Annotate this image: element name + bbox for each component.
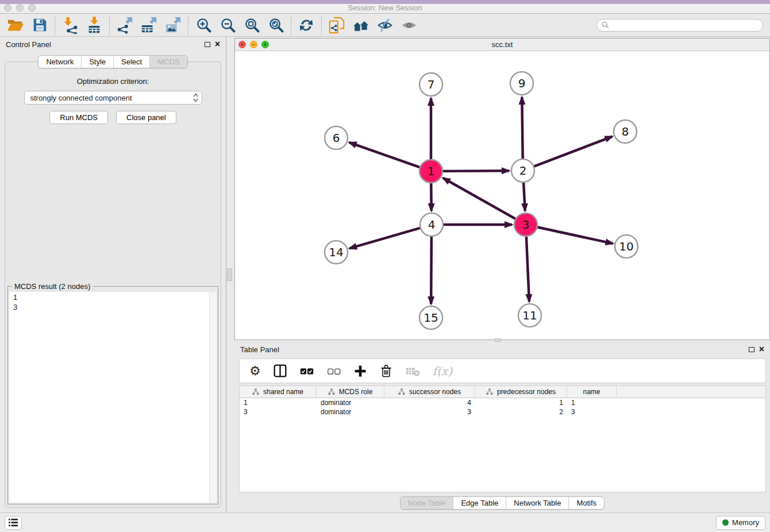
node-label-6: 6 [333,131,340,145]
delete-table-button[interactable] [405,365,421,377]
node-label-11: 11 [522,309,537,322]
show-details-button[interactable] [397,15,421,36]
memory-button[interactable]: Memory [716,516,765,530]
dropdown-value: strongly connected component [30,94,193,102]
table-cell: 1 [567,399,617,407]
toolbar-separator [291,16,291,35]
search-input[interactable] [612,21,758,29]
zoom-in-icon [195,17,212,33]
hide-details-button[interactable] [373,15,397,36]
window-title: Session: New Session [0,3,770,12]
float-table-panel-icon[interactable] [749,347,754,352]
toolbar-separator [55,16,55,35]
table-toolbar: ⚙ [239,358,766,383]
table-settings-button[interactable]: ⚙ [249,365,261,377]
tab-network-table[interactable]: Network Table [506,497,568,509]
node-label-1: 1 [428,164,435,178]
open-session-button[interactable] [3,15,28,36]
import-network-button[interactable] [58,15,82,36]
zoom-in-button[interactable] [191,15,215,36]
mcds-result-text[interactable]: 1 3 [9,292,209,503]
tab-motifs[interactable]: Motifs [568,497,604,509]
export-table-button[interactable] [137,15,161,36]
control-panel: Control Panel × NetworkStyleSelectMCDS O… [0,37,226,512]
node-label-7: 7 [428,78,435,91]
edge-2-3[interactable] [523,182,525,211]
search-box[interactable] [596,19,763,32]
edge-1-6[interactable] [349,142,420,167]
vertical-splitter-handle[interactable] [227,268,232,281]
minimize-view-button[interactable]: − [250,41,257,48]
edge-4-15[interactable] [431,236,432,304]
column-header-MCDS-role[interactable]: MCDS role [317,386,384,398]
clone-network-icon [328,16,345,34]
column-header-shared-name[interactable]: shared name [240,386,317,398]
add-column-button[interactable] [353,364,367,378]
table-header-row: shared name MCDS role successor nodes [240,386,765,398]
close-panel-icon[interactable]: × [215,41,220,48]
export-table-icon [140,17,157,34]
table-row[interactable]: 3dominator323 [240,407,765,417]
maximize-view-button[interactable]: + [261,41,269,48]
edge-2-9[interactable] [522,97,522,159]
node-label-4: 4 [428,218,436,232]
toolbar-separator [321,16,322,35]
mcds-tab-content: Optimization criterion: strongly connect… [5,61,221,508]
node-label-2: 2 [519,164,527,178]
zoom-fit-button[interactable] [240,15,264,36]
export-network-button[interactable] [113,15,137,36]
table-panel: Table Panel × ⚙ [234,342,770,512]
tab-network[interactable]: Network [38,56,81,68]
plus-icon [353,364,367,378]
optimization-criterion-dropdown[interactable]: strongly connected component [24,91,202,105]
control-panel-title: Control Panel [6,40,51,49]
table-cell: 3 [384,408,475,416]
save-session-button[interactable] [28,15,52,36]
function-builder-button[interactable]: f(x) [433,364,452,378]
clone-network-button[interactable] [325,15,349,36]
close-panel-button[interactable]: Close panel [116,111,176,124]
edge-1-2[interactable] [442,171,509,171]
search-icon [602,21,609,29]
run-mcds-button[interactable]: Run MCDS [49,111,108,124]
close-table-panel-icon[interactable]: × [759,346,764,353]
column-visibility-button[interactable] [273,364,287,378]
zoom-out-button[interactable] [215,15,240,36]
network-canvas[interactable]: 1234678910111415 [235,52,769,340]
tab-node-table[interactable]: Node Table [401,497,453,509]
column-header-successor-nodes[interactable]: successor nodes [384,386,475,398]
tab-select[interactable]: Select [113,56,149,68]
zoom-selected-button[interactable] [264,15,288,36]
task-history-button[interactable] [5,516,22,530]
table-cell: dominator [317,399,384,407]
edge-3-10[interactable] [537,227,613,244]
edge-4-14[interactable] [349,228,421,249]
delete-column-button[interactable] [379,364,393,379]
column-header-predecessor-nodes[interactable]: predecessor nodes [475,386,567,398]
result-scrollbar[interactable] [209,292,217,503]
import-network-icon [61,17,79,34]
tab-style[interactable]: Style [81,56,113,68]
import-table-button[interactable] [82,15,106,36]
edge-3-11[interactable] [526,236,529,302]
column-header-name[interactable]: name [567,386,617,398]
select-all-button[interactable] [299,365,314,377]
close-view-button[interactable]: × [238,41,246,48]
tab-mcds[interactable]: MCDS [149,56,187,68]
window-titlebar: Session: New Session [0,0,770,14]
float-panel-icon[interactable] [205,42,210,47]
network-view-title: scc.txt [492,40,513,49]
export-image-button[interactable] [161,15,185,36]
apply-style-button[interactable] [294,15,318,36]
zoom-out-icon [220,17,236,33]
tab-edge-table[interactable]: Edge Table [453,497,506,509]
edge-3-1[interactable] [443,178,516,219]
edge-2-8[interactable] [534,137,613,167]
mcds-result-groupbox: MCDS result (2 nodes) 1 3 [7,286,218,504]
edge-1-4[interactable] [431,183,432,211]
deselect-all-button[interactable] [326,365,341,377]
column-namespace-icon [252,388,259,395]
table-row[interactable]: 1dominator411 [240,398,765,407]
table-cell: 3 [240,408,317,416]
home-layout-button[interactable] [349,15,373,36]
